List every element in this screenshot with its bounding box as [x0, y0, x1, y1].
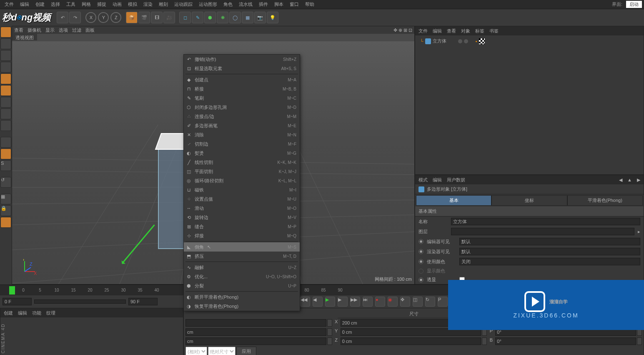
- editor-vis-radio[interactable]: [418, 239, 423, 244]
- tool-scale[interactable]: [0, 149, 11, 159]
- tool-polygon[interactable]: [0, 62, 11, 73]
- visibility-render-dot[interactable]: [464, 39, 468, 43]
- camera-button[interactable]: 📷: [254, 12, 266, 23]
- ctx-item-恢复平滑着色(Phong)[interactable]: ◑恢复平滑着色(Phong): [184, 302, 300, 311]
- attr-usecolor-select[interactable]: [459, 258, 640, 265]
- tool-misc[interactable]: [0, 217, 11, 228]
- menu-plugins[interactable]: 插件: [256, 0, 271, 8]
- timeline-slider[interactable]: [34, 300, 126, 304]
- pos-y-input[interactable]: [185, 328, 326, 336]
- usecolor-radio[interactable]: [418, 259, 423, 264]
- mat-tab-texture[interactable]: 纹理: [46, 310, 55, 316]
- spinner[interactable]: [327, 337, 332, 345]
- menu-window[interactable]: 窗口: [287, 0, 301, 8]
- xray-radio[interactable]: [418, 277, 423, 282]
- frame-end-input[interactable]: [128, 298, 158, 305]
- menu-create[interactable]: 创建: [33, 0, 47, 8]
- layout-value[interactable]: 启动: [626, 1, 642, 8]
- ctx-item-撤销(动作)[interactable]: ↶撤销(动作)Shift+Z: [184, 55, 300, 64]
- tool-texture[interactable]: [0, 73, 11, 84]
- tool-rotate[interactable]: S: [0, 160, 11, 171]
- visibility-editor-dot[interactable]: [458, 39, 462, 43]
- spinner[interactable]: [327, 319, 332, 327]
- ctx-item-连接点/边[interactable]: ∴连接点/边M~M: [184, 112, 300, 121]
- vp-menu-options[interactable]: 选项: [59, 27, 68, 33]
- menu-select[interactable]: 选择: [48, 0, 63, 8]
- render-active-button[interactable]: 🎥: [163, 12, 175, 23]
- attr-subtab-basic[interactable]: 基本: [416, 195, 491, 206]
- menu-file[interactable]: 文件: [2, 0, 16, 8]
- ctx-item-优化...[interactable]: ⚙优化...U~O, U~Shift+O: [184, 272, 300, 281]
- tool-move[interactable]: [0, 137, 11, 148]
- menu-animate[interactable]: 动画: [110, 0, 124, 8]
- ctx-item-消除[interactable]: ✕消除M~N: [184, 130, 300, 139]
- ctx-item-断开平滑着色(Phong)[interactable]: ◐断开平滑着色(Phong): [184, 292, 300, 302]
- vp-menu-display[interactable]: 显示: [45, 27, 55, 33]
- ctx-item-线性切割[interactable]: ╱线性切割K~K, M~K: [184, 158, 300, 167]
- primitive-cube-button[interactable]: ◻: [179, 12, 191, 23]
- next-key-button[interactable]: ▶▶: [350, 297, 360, 307]
- generator-button[interactable]: ⬢: [204, 12, 216, 23]
- spinner[interactable]: [482, 337, 487, 345]
- ctx-item-磁铁[interactable]: ⊔磁铁M~I: [184, 185, 300, 194]
- tool-axis[interactable]: [0, 108, 11, 119]
- render-settings-button[interactable]: 🎬: [138, 12, 150, 23]
- menu-character[interactable]: 角色: [221, 0, 235, 8]
- attr-nav-back[interactable]: ◀: [619, 177, 622, 183]
- ctx-item-切割边[interactable]: ⟋切割边M~F: [184, 139, 300, 149]
- ctx-item-挤压[interactable]: ⬒挤压M~T, D: [184, 252, 300, 261]
- menu-pipeline[interactable]: 流水线: [236, 0, 255, 8]
- ctx-item-焊接[interactable]: ⊹焊接M~Q: [184, 231, 300, 240]
- pos-x-input[interactable]: [185, 319, 326, 327]
- ctx-item-倒角[interactable]: ◣倒角M~S↖: [184, 242, 300, 252]
- rot-b-input[interactable]: [495, 337, 636, 345]
- goto-end-button[interactable]: ⏭: [363, 297, 373, 307]
- attr-subtab-coord[interactable]: 坐标: [491, 195, 567, 206]
- prev-frame-button[interactable]: ◀: [313, 297, 323, 307]
- timeline-playhead[interactable]: [9, 286, 15, 295]
- ctx-item-循环/路径切割[interactable]: ◎循环/路径切割K~L, M~L: [184, 176, 300, 185]
- menu-script[interactable]: 脚本: [272, 0, 286, 8]
- obj-tab-tags[interactable]: 标签: [475, 28, 484, 34]
- apply-button[interactable]: 应用: [236, 347, 256, 355]
- tool-magnet[interactable]: ↺: [0, 177, 11, 188]
- ctx-item-分裂[interactable]: ⬢分裂U~P: [184, 281, 300, 290]
- render-region-button[interactable]: 🎞: [151, 12, 163, 23]
- spinner[interactable]: [637, 337, 642, 345]
- autokey-button[interactable]: ◉: [388, 297, 398, 307]
- vp-menu-filter[interactable]: 过滤: [72, 27, 81, 33]
- tool-undo[interactable]: ↶: [57, 12, 68, 23]
- render-vis-radio[interactable]: [418, 249, 423, 254]
- prev-key-button[interactable]: ◀◀: [300, 297, 310, 307]
- menu-tools[interactable]: 工具: [64, 0, 78, 8]
- menu-sculpt[interactable]: 雕刻: [156, 0, 170, 8]
- axis-y-button[interactable]: Y: [98, 12, 109, 23]
- object-tree[interactable]: └ 立方体 •: [415, 35, 644, 47]
- environment-button[interactable]: ◯: [229, 12, 241, 23]
- render-button[interactable]: 📦: [126, 12, 138, 23]
- ctx-item-多边形画笔[interactable]: ✐多边形画笔M~E: [184, 121, 300, 130]
- ctx-item-桥接[interactable]: ⊓桥接M~B, B: [184, 84, 300, 93]
- attr-render-select[interactable]: [459, 248, 640, 255]
- deformer-button[interactable]: ❋: [217, 12, 228, 23]
- size-z-input[interactable]: [341, 337, 481, 345]
- mat-tab-function[interactable]: 功能: [32, 310, 41, 316]
- ctx-item-设置点值[interactable]: ⁘设置点值M~U: [184, 194, 300, 204]
- menu-track[interactable]: 运动跟踪: [172, 0, 195, 8]
- object-item-cube[interactable]: └ 立方体 •: [417, 37, 642, 45]
- ctx-item-滑动[interactable]: ↔滑动M~O: [184, 204, 300, 213]
- menu-snap[interactable]: 捕捉: [95, 0, 109, 8]
- light-button[interactable]: 💡: [267, 12, 278, 23]
- ctx-item-熨烫[interactable]: ◐熨烫M~G: [184, 149, 300, 158]
- attr-name-input[interactable]: [451, 218, 640, 225]
- vp-menu-panel[interactable]: 面板: [85, 27, 95, 33]
- menu-render[interactable]: 渲染: [141, 0, 155, 8]
- mat-tab-create[interactable]: 创建: [4, 310, 13, 316]
- key-param-p-icon[interactable]: P: [438, 297, 448, 307]
- menu-mesh[interactable]: 网格: [79, 0, 93, 8]
- tool-snap[interactable]: ▦: [0, 194, 11, 204]
- ctx-item-融解[interactable]: ∿融解U~Z: [184, 263, 300, 272]
- menu-simulate[interactable]: 模拟: [125, 0, 140, 8]
- ctx-item-旋转边[interactable]: ⟲旋转边M~V: [184, 213, 300, 222]
- obj-tab-edit[interactable]: 编辑: [433, 28, 442, 34]
